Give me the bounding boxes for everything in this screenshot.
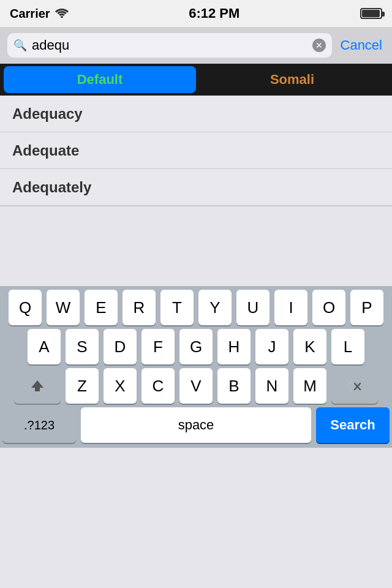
key-r[interactable]: R xyxy=(123,290,156,325)
key-z[interactable]: Z xyxy=(66,368,99,404)
search-field-wrapper: 🔍 ✕ xyxy=(7,33,332,58)
key-k[interactable]: K xyxy=(293,329,326,364)
key-e[interactable]: E xyxy=(85,290,118,325)
keyboard-row-1: Q W E R T Y U I O P xyxy=(0,286,392,325)
status-right xyxy=(360,8,382,19)
status-left: Carrier xyxy=(10,7,69,21)
search-icon: 🔍 xyxy=(13,39,27,52)
key-n[interactable]: N xyxy=(255,368,288,404)
svg-marker-1 xyxy=(31,380,43,391)
key-a[interactable]: A xyxy=(28,329,61,364)
key-o[interactable]: O xyxy=(312,290,345,325)
key-shift[interactable] xyxy=(14,368,61,404)
wifi-icon xyxy=(55,7,69,21)
result-item-1[interactable]: Adequate xyxy=(0,132,392,169)
key-num[interactable]: .?123 xyxy=(2,407,76,443)
key-v[interactable]: V xyxy=(179,368,213,404)
key-d[interactable]: D xyxy=(104,329,137,364)
status-time: 6:12 PM xyxy=(189,6,239,21)
battery-icon xyxy=(360,8,382,19)
key-delete[interactable] xyxy=(331,368,378,404)
key-j[interactable]: J xyxy=(255,329,288,364)
status-bar: Carrier 6:12 PM xyxy=(0,0,392,27)
svg-point-0 xyxy=(61,16,63,18)
key-c[interactable]: C xyxy=(141,368,175,404)
result-item-2[interactable]: Adequately xyxy=(0,169,392,206)
segment-default[interactable]: Default xyxy=(4,66,196,93)
search-bar: 🔍 ✕ Cancel xyxy=(0,27,392,64)
result-text-0: Adequacy xyxy=(12,105,83,123)
keyboard-bottom-row: .?123 space Search xyxy=(0,404,392,448)
search-input[interactable] xyxy=(32,37,307,53)
key-g[interactable]: G xyxy=(179,329,213,364)
key-s[interactable]: S xyxy=(66,329,99,364)
empty-area xyxy=(0,206,392,286)
key-w[interactable]: W xyxy=(47,290,80,325)
key-m[interactable]: M xyxy=(293,368,326,404)
segment-control: Default Somali xyxy=(0,64,392,96)
key-t[interactable]: T xyxy=(160,290,194,325)
keyboard-row-3: Z X C V B N M xyxy=(0,364,392,404)
result-item-0[interactable]: Adequacy xyxy=(0,96,392,132)
key-q[interactable]: Q xyxy=(9,290,42,325)
key-i[interactable]: I xyxy=(274,290,307,325)
key-h[interactable]: H xyxy=(217,329,251,364)
key-x[interactable]: X xyxy=(104,368,137,404)
carrier-label: Carrier xyxy=(10,7,50,21)
cancel-button[interactable]: Cancel xyxy=(338,37,385,53)
results-list: Adequacy Adequate Adequately xyxy=(0,96,392,206)
clear-button[interactable]: ✕ xyxy=(312,39,326,52)
key-y[interactable]: Y xyxy=(198,290,232,325)
result-text-1: Adequate xyxy=(12,142,79,159)
result-text-2: Adequately xyxy=(12,179,91,196)
key-b[interactable]: B xyxy=(217,368,251,404)
key-space[interactable]: space xyxy=(81,407,311,443)
keyboard: Q W E R T Y U I O P A S D F G H J K L Z … xyxy=(0,286,392,448)
key-f[interactable]: F xyxy=(141,329,175,364)
segment-somali[interactable]: Somali xyxy=(196,66,388,93)
key-p[interactable]: P xyxy=(350,290,383,325)
key-l[interactable]: L xyxy=(331,329,364,364)
key-u[interactable]: U xyxy=(236,290,270,325)
keyboard-row-2: A S D F G H J K L xyxy=(0,325,392,364)
key-search[interactable]: Search xyxy=(316,407,390,443)
